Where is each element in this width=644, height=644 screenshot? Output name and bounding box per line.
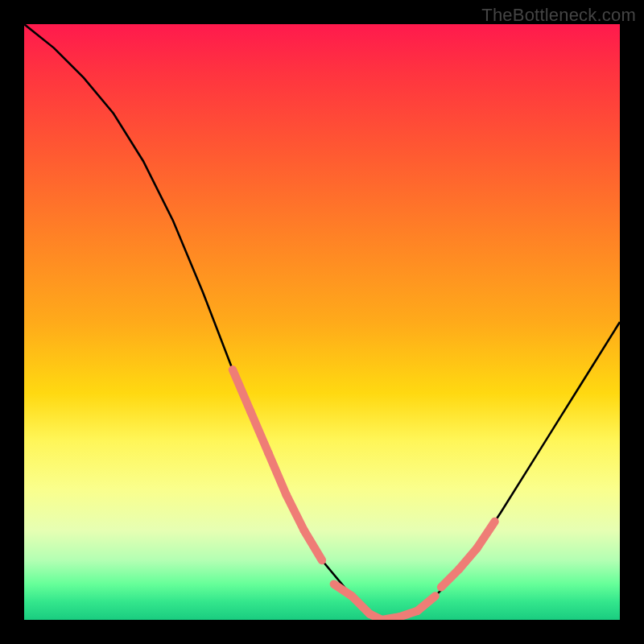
highlight-dash	[287, 495, 304, 530]
bottleneck-curve	[24, 24, 620, 620]
highlight-dash	[417, 596, 435, 611]
highlight-dash	[268, 453, 286, 495]
watermark-text: TheBottleneck.com	[481, 5, 636, 26]
highlight-dash	[304, 530, 322, 560]
highlight-group	[233, 369, 495, 620]
highlight-dash	[477, 522, 494, 548]
curve-layer	[24, 24, 620, 620]
highlight-dash	[250, 411, 268, 453]
highlight-dash	[233, 369, 250, 411]
chart-frame: TheBottleneck.com	[0, 0, 644, 644]
